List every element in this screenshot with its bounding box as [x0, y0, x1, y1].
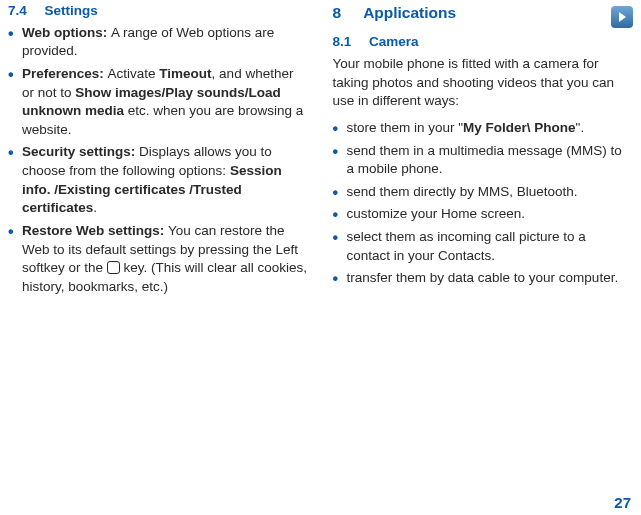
list-item: transfer them by data cable to your comp… [333, 269, 634, 288]
section-number: 8.1 [333, 34, 352, 49]
section-8-1-heading: 8.1 Camera [333, 33, 634, 52]
item-bold: Timeout [159, 66, 211, 81]
section-title: Settings [45, 3, 98, 18]
settings-list: Web options: A range of Web options are … [8, 24, 309, 297]
item-text: Activate [108, 66, 160, 81]
item-lead: Security settings: [22, 144, 139, 159]
item-text: transfer them by data cable to your comp… [347, 270, 619, 285]
item-text: select them as incoming call picture to … [347, 229, 586, 263]
camera-list: store them in your "My Folder\ Phone". s… [333, 119, 634, 288]
chapter-8-heading: 8 Applications [333, 2, 634, 23]
manual-page: 7.4 Settings Web options: A range of Web… [0, 0, 641, 300]
item-lead: Restore Web settings: [22, 223, 168, 238]
item-text: send them directly by MMS, Bluetooth. [347, 184, 578, 199]
item-text: send them in a multimedia message (MMS) … [347, 143, 622, 177]
chapter-number: 8 [333, 2, 342, 23]
list-item: store them in your "My Folder\ Phone". [333, 119, 634, 138]
item-text: customize your Home screen. [347, 206, 526, 221]
list-item: Restore Web settings: You can restore th… [8, 222, 309, 297]
page-number: 27 [614, 494, 631, 511]
section-7-4-heading: 7.4 Settings [8, 2, 309, 21]
item-text: ". [576, 120, 585, 135]
list-item: Web options: A range of Web options are … [8, 24, 309, 61]
list-item: Preferences: Activate Timeout, and wheth… [8, 65, 309, 140]
item-text: . [93, 200, 97, 215]
item-bold: My Folder\ Phone [463, 120, 576, 135]
item-lead: Preferences: [22, 66, 108, 81]
key-icon [107, 261, 120, 274]
list-item: send them directly by MMS, Bluetooth. [333, 183, 634, 202]
list-item: customize your Home screen. [333, 205, 634, 224]
list-item: select them as incoming call picture to … [333, 228, 634, 265]
item-lead: Web options: [22, 25, 111, 40]
intro-paragraph: Your mobile phone is fitted with a camer… [333, 55, 634, 111]
left-column: 7.4 Settings Web options: A range of Web… [8, 2, 309, 300]
right-column: 8 Applications 8.1 Camera Your mobile ph… [333, 2, 634, 300]
section-title: Camera [369, 34, 419, 49]
list-item: send them in a multimedia message (MMS) … [333, 142, 634, 179]
chapter-title: Applications [363, 2, 456, 23]
section-number: 7.4 [8, 3, 27, 18]
next-page-icon[interactable] [611, 6, 633, 28]
item-text: store them in your " [347, 120, 464, 135]
list-item: Security settings: Displays allows you t… [8, 143, 309, 218]
